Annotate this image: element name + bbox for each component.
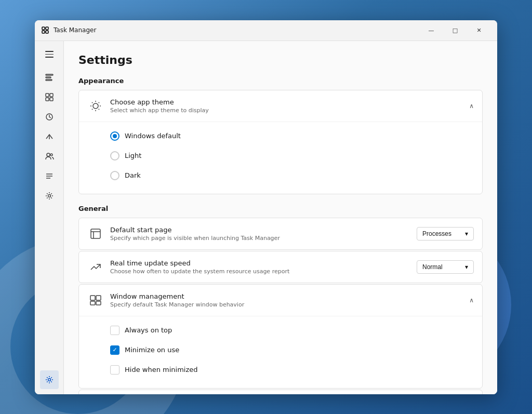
checkbox-label-minimize-on-use: Minimize on use (125, 346, 179, 354)
minimize-button[interactable]: — (419, 22, 443, 38)
svg-rect-8 (50, 94, 53, 97)
hamburger-line (45, 51, 54, 52)
window-title: Task Manager (54, 26, 419, 34)
svg-point-14 (50, 154, 52, 156)
start-page-card-text: Default start page Specify which page is… (110, 226, 417, 242)
maximize-button[interactable]: □ (443, 22, 467, 38)
window-management-card: Window management Specify default Task M… (78, 284, 483, 389)
checkbox-box-hide-when-minimized (110, 365, 119, 375)
realtime-dropdown-chevron: ▾ (465, 263, 468, 271)
start-page-dropdown[interactable]: Processes ▾ (417, 227, 474, 241)
radio-circle-windows-default (110, 131, 119, 141)
window-management-header[interactable]: Window management Specify default Task M… (79, 285, 482, 316)
app-icon (41, 26, 49, 34)
sidebar-item-processes[interactable] (40, 68, 59, 87)
radio-windows-default[interactable]: Windows default (110, 126, 474, 146)
svg-rect-24 (90, 296, 95, 300)
appearance-card-title: Choose app theme (110, 98, 469, 106)
window-management-title: Window management (110, 292, 469, 300)
window-management-body: Always on top Minimize on use Hide when … (79, 316, 482, 388)
radio-circle-dark (110, 171, 119, 180)
sidebar-item-settings[interactable] (40, 370, 59, 389)
realtime-card-subtitle: Choose how often to update the system re… (110, 268, 417, 275)
close-button[interactable]: ✕ (467, 22, 491, 38)
svg-rect-5 (46, 77, 51, 78)
default-start-page-card: Default start page Specify which page is… (78, 218, 483, 250)
svg-point-13 (47, 153, 50, 156)
sidebar-item-services[interactable] (40, 186, 59, 205)
svg-point-18 (48, 194, 50, 197)
sidebar-item-performance[interactable] (40, 88, 59, 106)
realtime-card-title: Real time update speed (110, 259, 417, 267)
realtime-update-header: Real time update speed Choose how often … (79, 251, 482, 283)
checkbox-box-minimize-on-use (110, 345, 119, 355)
appearance-card-text: Choose app theme Select which app theme … (110, 98, 469, 114)
task-manager-window: Task Manager — □ ✕ (35, 20, 497, 394)
checkbox-hide-when-minimized[interactable]: Hide when minimized (110, 360, 474, 380)
realtime-update-card: Real time update speed Choose how often … (78, 251, 483, 283)
radio-label-dark: Dark (125, 171, 141, 179)
titlebar: Task Manager — □ ✕ (35, 20, 497, 41)
svg-rect-26 (90, 301, 95, 305)
start-page-card-subtitle: Specify which page is visible when launc… (110, 235, 417, 242)
appearance-card-header[interactable]: Choose app theme Select which app theme … (79, 90, 482, 122)
theme-icon (87, 98, 104, 114)
appearance-section-label: Appearance (78, 77, 483, 85)
svg-rect-2 (42, 31, 45, 33)
svg-rect-9 (46, 98, 49, 101)
start-page-dropdown-chevron: ▾ (465, 230, 468, 237)
appearance-card-body: Windows default Light Dark (79, 122, 482, 194)
window-controls: — □ ✕ (419, 22, 491, 38)
other-options-header[interactable]: Other options Some additional options fo… (79, 390, 482, 394)
sidebar-item-users[interactable] (40, 147, 59, 166)
sidebar-item-app-history[interactable] (40, 108, 59, 126)
radio-dark[interactable]: Dark (110, 166, 474, 185)
svg-point-19 (48, 378, 50, 381)
radio-label-light: Light (125, 152, 141, 159)
default-start-page-header: Default start page Specify which page is… (79, 218, 482, 249)
sidebar (35, 41, 64, 394)
sidebar-item-startup[interactable] (40, 127, 59, 146)
general-section-label: General (78, 205, 483, 212)
svg-rect-7 (46, 94, 49, 97)
svg-rect-3 (46, 31, 48, 33)
appearance-card: Choose app theme Select which app theme … (78, 90, 483, 194)
checkbox-label-always-on-top: Always on top (125, 326, 172, 334)
checkbox-box-always-on-top (110, 326, 119, 335)
radio-circle-light (110, 151, 119, 161)
window-management-icon (87, 292, 104, 309)
svg-rect-21 (91, 229, 100, 238)
page-title: Settings (78, 54, 483, 66)
checkbox-minimize-on-use[interactable]: Minimize on use (110, 340, 474, 360)
svg-rect-10 (50, 98, 53, 101)
hamburger-line (45, 57, 54, 58)
svg-rect-1 (46, 27, 48, 30)
realtime-card-text: Real time update speed Choose how often … (110, 259, 417, 275)
start-page-card-title: Default start page (110, 226, 417, 234)
sidebar-bottom (40, 370, 59, 390)
svg-rect-0 (42, 27, 45, 30)
sidebar-item-details[interactable] (40, 167, 59, 185)
realtime-icon (87, 259, 104, 275)
window-management-subtitle: Specify default Task Manager window beha… (110, 301, 469, 308)
radio-light[interactable]: Light (110, 146, 474, 166)
window-management-text: Window management Specify default Task M… (110, 292, 469, 308)
svg-rect-27 (96, 301, 101, 305)
realtime-dropdown-value: Normal (422, 263, 443, 271)
svg-rect-25 (96, 296, 101, 300)
radio-label-windows-default: Windows default (125, 132, 181, 140)
start-page-icon (87, 225, 104, 242)
hamburger-line (45, 54, 54, 55)
appearance-chevron-icon: ∧ (469, 102, 474, 110)
appearance-card-subtitle: Select which app theme to display (110, 107, 469, 114)
main-panel: Settings Appearance Choose app theme Sel… (64, 41, 497, 394)
realtime-dropdown[interactable]: Normal ▾ (417, 260, 474, 274)
checkbox-label-hide-when-minimized: Hide when minimized (125, 366, 198, 373)
start-page-dropdown-value: Processes (422, 230, 451, 237)
hamburger-button[interactable] (40, 45, 59, 64)
window-management-chevron-icon: ∧ (469, 297, 474, 304)
svg-rect-4 (46, 74, 53, 75)
other-options-card: Other options Some additional options fo… (78, 390, 483, 394)
content-area: Settings Appearance Choose app theme Sel… (35, 41, 497, 394)
checkbox-always-on-top[interactable]: Always on top (110, 320, 474, 340)
